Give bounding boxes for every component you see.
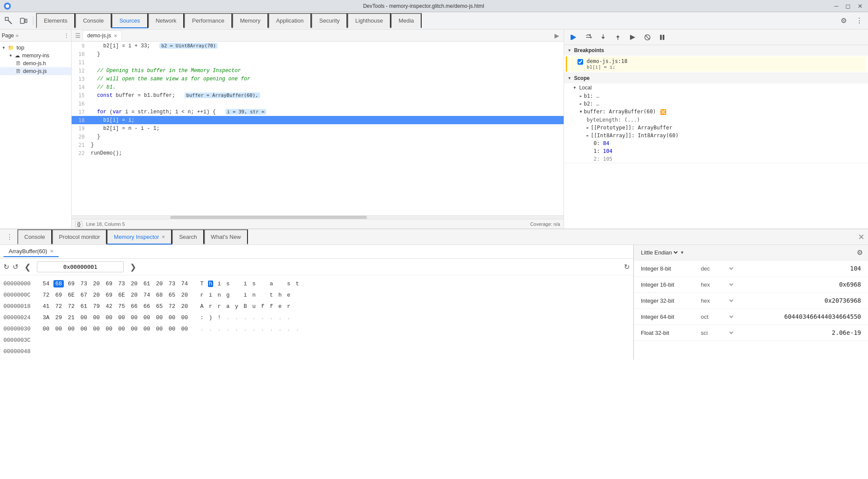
more-options-button[interactable]: ⋮ <box>3 233 16 241</box>
inspect-element-button[interactable] <box>2 14 16 28</box>
byte-24-4[interactable]: 00 <box>91 314 102 321</box>
byte-c5[interactable]: 69 <box>104 291 114 299</box>
char-sp1[interactable] <box>234 281 239 287</box>
byte-cb[interactable]: 20 <box>179 291 190 299</box>
byte-24-3[interactable]: 00 <box>79 314 89 321</box>
char-e2[interactable]: e <box>277 303 283 310</box>
byte-03-73[interactable]: 73 <box>79 280 89 287</box>
byte-00-54[interactable]: 54 <box>41 280 51 287</box>
char-i2[interactable]: i <box>243 281 248 287</box>
char-dot-8[interactable]: . <box>286 314 291 321</box>
char-y[interactable]: y <box>234 303 239 310</box>
breakpoints-header[interactable]: ▼ Breakpoints <box>564 45 868 56</box>
char-i[interactable]: i <box>217 281 222 287</box>
device-toolbar-button[interactable] <box>17 14 30 28</box>
byte-30-1[interactable]: 00 <box>53 325 64 333</box>
char-dot-3[interactable]: . <box>243 314 248 321</box>
tab-search[interactable]: Search <box>172 229 204 244</box>
byte-24-7[interactable]: 00 <box>129 314 139 321</box>
int16-format-select[interactable] <box>726 281 735 287</box>
code-tab-demo-js[interactable]: demo-js.js ✕ <box>83 30 122 40</box>
tab-network[interactable]: Network <box>148 13 185 28</box>
byte-c1[interactable]: 69 <box>53 291 64 299</box>
byte-24-8[interactable]: 00 <box>142 314 152 321</box>
byte-30-9[interactable]: 00 <box>154 325 165 333</box>
char-e[interactable]: e <box>286 292 291 298</box>
deactivate-breakpoints-button[interactable] <box>641 31 653 43</box>
demo-html-item[interactable]: 🖹 demo-js.h <box>0 59 71 67</box>
scope-b1[interactable]: ► b1: … <box>564 92 868 100</box>
scope-int8array[interactable]: ► [[Int8Array]]: Int8Array(60) <box>564 132 868 139</box>
byte-30-5[interactable]: 00 <box>104 325 114 333</box>
char-h2[interactable]: h <box>277 292 283 298</box>
char-f2[interactable]: f <box>269 303 274 310</box>
byte-24-0[interactable]: 3A <box>41 314 51 321</box>
char-r2[interactable]: r <box>208 303 213 310</box>
char-sp6[interactable] <box>295 292 300 298</box>
byte-07-20[interactable]: 20 <box>129 280 139 287</box>
char-dot-7[interactable]: . <box>277 314 283 321</box>
char-u[interactable]: u <box>251 303 257 310</box>
tab-console[interactable]: Console <box>75 13 112 28</box>
step-out-button[interactable] <box>612 31 624 43</box>
tab-application[interactable]: Application <box>268 13 312 28</box>
byte-06-73[interactable]: 73 <box>116 280 127 287</box>
more-tools-button[interactable]: ⋮ <box>852 14 866 28</box>
byte-30-8[interactable]: 00 <box>142 325 152 333</box>
int8-format-select[interactable] <box>726 265 735 271</box>
char-f[interactable]: f <box>260 303 265 310</box>
char-sp3[interactable] <box>277 281 283 287</box>
more-tabs-button[interactable]: » <box>16 33 19 39</box>
char-paren[interactable]: ) <box>208 314 213 321</box>
arraybuffer-tab-close[interactable]: ✕ <box>50 249 53 254</box>
char-r3[interactable]: r <box>217 303 222 310</box>
tab-security[interactable]: Security <box>311 13 347 28</box>
byte-05-69[interactable]: 69 <box>104 280 114 287</box>
close-tab-icon[interactable]: ✕ <box>114 33 117 38</box>
close-bottom-panel-button[interactable]: ✕ <box>858 232 865 242</box>
endian-select[interactable]: Little Endian Big Endian <box>639 249 679 256</box>
byte-18-5[interactable]: 42 <box>104 303 114 310</box>
pretty-print-button[interactable]: {} <box>75 221 83 227</box>
char-dot-1[interactable]: . <box>225 314 231 321</box>
close-button[interactable]: ✕ <box>856 3 865 10</box>
byte-18-0[interactable]: 41 <box>41 303 51 310</box>
int32-format-select[interactable] <box>726 297 735 304</box>
char-sp5[interactable] <box>260 292 265 298</box>
char-n2[interactable]: n <box>251 292 257 298</box>
address-input[interactable] <box>37 261 124 272</box>
byte-c4[interactable]: 20 <box>91 291 102 299</box>
byte-30-a[interactable]: 00 <box>167 325 177 333</box>
byte-24-2[interactable]: 21 <box>66 314 76 321</box>
byte-18-4[interactable]: 79 <box>91 303 102 310</box>
char-colon[interactable]: : <box>199 314 205 321</box>
char-A[interactable]: A <box>199 303 205 310</box>
byte-24-b[interactable]: 00 <box>179 314 190 321</box>
resume-button[interactable] <box>568 31 580 43</box>
char-T[interactable]: T <box>199 281 205 287</box>
byte-08-61[interactable]: 61 <box>142 280 152 287</box>
scope-header[interactable]: ▼ Scope <box>564 73 868 83</box>
float32-format-select[interactable] <box>726 330 735 336</box>
byte-30-6[interactable]: 00 <box>116 325 127 333</box>
byte-c3[interactable]: 67 <box>79 291 89 299</box>
byte-24-1[interactable]: 29 <box>53 314 64 321</box>
byte-04-20[interactable]: 20 <box>91 280 102 287</box>
local-header[interactable]: ▼ Local <box>564 83 868 92</box>
char-sp4[interactable] <box>234 292 239 298</box>
byte-c9[interactable]: 68 <box>154 291 165 299</box>
char-t2[interactable]: t <box>269 292 274 298</box>
byte-30-3[interactable]: 00 <box>79 325 89 333</box>
tab-memory-inspector[interactable]: Memory Inspector ✕ <box>107 229 172 244</box>
tab-console-bottom[interactable]: Console <box>17 229 52 244</box>
byte-18-6[interactable]: 75 <box>116 303 127 310</box>
run-snippet-button[interactable]: ▶ <box>552 32 562 39</box>
prev-address-button[interactable]: ❮ <box>22 262 33 272</box>
tab-media[interactable]: Media <box>391 13 422 28</box>
byte-30-4[interactable]: 00 <box>91 325 102 333</box>
tab-lighthouse[interactable]: Lighthouse <box>347 13 391 28</box>
settings-button[interactable]: ⚙ <box>837 14 851 28</box>
char-h-sel[interactable]: h <box>208 281 213 287</box>
breakpoint-checkbox[interactable] <box>578 59 583 65</box>
pause-on-exceptions-button[interactable] <box>656 31 668 43</box>
